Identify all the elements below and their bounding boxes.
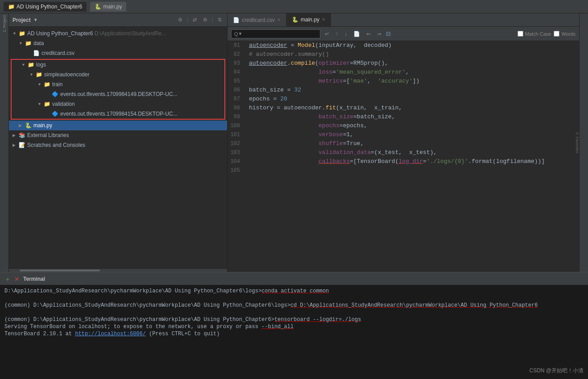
folder-icon-root: 📁 [19, 30, 25, 37]
py-tab-icon: 🐍 [292, 17, 298, 23]
line-num-99: 99 [228, 112, 245, 121]
project-side-label[interactable]: 1: Project [2, 15, 7, 37]
line-content-96: batch_size = 32 [245, 86, 579, 95]
line-content-99: batch_size=batch_size, [245, 112, 579, 121]
data-folder-arrow: ▼ [19, 41, 25, 46]
term-close-btn[interactable]: ✕ [14, 276, 20, 282]
project-panel-title: Project [12, 17, 31, 23]
words-checkbox[interactable] [554, 31, 559, 37]
tab-creditcard-csv[interactable]: 📄 creditcard.csv ✕ [228, 13, 286, 26]
main-py-tree-label: main.py [33, 122, 52, 129]
code-line-105: 105 [228, 166, 579, 175]
code-line-102: 102 shuffle=True, [228, 139, 579, 148]
creditcard-csv-label: creditcard.csv [41, 50, 75, 56]
code-line-91: 91 autoencoder = Model(inputArray, decod… [228, 41, 579, 50]
line-content-102: shuffle=True, [245, 139, 579, 148]
logs-group: ▼ 📁 logs ▼ 📁 simpleautoencoder ▼ 📁 train [11, 59, 225, 120]
ext-libs-label: External Libraries [27, 132, 69, 138]
scrollbar-thumb [20, 270, 100, 271]
line-num-98: 98 [228, 104, 245, 112]
settings-btn[interactable]: ⚙ [201, 16, 209, 24]
code-line-104: 104 callbacks=[TensorBoard(log_dir='./lo… [228, 157, 579, 166]
line-num-96: 96 [228, 86, 245, 95]
event2-icon: 🔷 [52, 111, 58, 117]
tree-train-folder[interactable]: ▼ 📁 train [12, 79, 224, 89]
tree-simpleautoencoder[interactable]: ▼ 📁 simpleautoencoder [12, 70, 224, 79]
terminal-title: Terminal [23, 276, 45, 282]
code-line-99: 99 batch_size=batch_size, [228, 112, 579, 121]
line-num-94: 94 [228, 68, 245, 77]
search-icon: Q [234, 31, 238, 37]
title-tab-main-py[interactable]: 🐍 main.py [90, 2, 126, 12]
tree-train-event[interactable]: 🔷 events.out.tfevents.1709984149.DESKTOP… [12, 89, 224, 99]
folder-icon-logs: 📁 [28, 62, 34, 68]
search-expand1-btn[interactable]: ⇐ [364, 30, 373, 38]
term-add-btn[interactable]: ＋ [4, 276, 11, 282]
tree-scratches[interactable]: ▶ 📝 Scratches and Consoles [9, 140, 227, 150]
line-num-97: 97 [228, 95, 245, 104]
logs-arrow: ▼ [21, 62, 28, 67]
tree-validation-folder[interactable]: ▼ 📁 validation [12, 99, 224, 109]
py-tab-close[interactable]: ✕ [322, 17, 325, 22]
python-icon: 🐍 [95, 4, 101, 10]
line-num-95: 95 [228, 77, 245, 86]
tree-root[interactable]: ▼ 📁 AD Using Python_Chapter6 D:\Applicat… [9, 29, 227, 38]
line-content-94: loss='mean_squared_error', [245, 68, 579, 77]
search-enter-btn[interactable]: ↵ [323, 30, 331, 38]
search-input[interactable] [242, 31, 314, 37]
py-tab-label: main.py [301, 17, 319, 23]
python-icon-tree: 🐍 [25, 122, 32, 129]
tree-creditcard-csv[interactable]: 📄 creditcard.csv [9, 48, 227, 58]
title-tab-chapter6-label: AD Using Python_Chapter6 [17, 4, 82, 10]
search-input-wrap: Q ▼ [231, 29, 320, 38]
match-case-checkbox[interactable] [518, 31, 523, 37]
tensorboard-link[interactable]: http://localhost:6006/ [75, 331, 145, 337]
tab-main-py[interactable]: 🐍 main.py ✕ [286, 13, 331, 26]
tree-logs-folder[interactable]: ▼ 📁 logs [12, 60, 224, 70]
line-num-105: 105 [228, 166, 245, 175]
validation-arrow: ▼ [37, 102, 44, 106]
csv-tab-close[interactable]: ✕ [277, 17, 281, 22]
watermark: CSDN @开始吧！小渣 [529, 367, 584, 375]
search-expand2-btn[interactable]: ⇒ [375, 30, 383, 38]
sort-btn[interactable]: ⇄ [191, 16, 199, 24]
line-content-103: validation_data=(x_test, x_test), [245, 148, 579, 157]
scratches-icon: 📝 [19, 142, 25, 148]
gear-btn[interactable]: ⚙ [176, 16, 184, 24]
tree-ext-libs[interactable]: ▶ 📚 External Libraries [9, 130, 227, 140]
tree-data-folder[interactable]: ▼ 📁 data [9, 38, 227, 48]
line-num-93: 93 [228, 59, 245, 68]
favorites-bar: 1: Structure 2: Favorites [579, 13, 588, 272]
dropdown-arrow[interactable]: ▼ [33, 17, 38, 22]
term-line-7: TensorBoard 2.10.1 at http://localhost:6… [4, 331, 584, 337]
words-check: Words [554, 31, 576, 37]
search-down-btn[interactable]: ↓ [343, 30, 349, 38]
search-doc-btn[interactable]: 📄 [352, 30, 362, 38]
terminal-content[interactable]: D:\Applications_StudyAndResearch\pycharm… [0, 285, 588, 379]
term-line-1: D:\Applications_StudyAndResearch\pycharm… [4, 288, 584, 294]
line-content-101: verbose=1, [245, 130, 579, 139]
line-content-105 [245, 166, 579, 175]
code-editor[interactable]: 91 autoencoder = Model(inputArray, decod… [228, 41, 579, 272]
folder-icon-sae: 📁 [36, 71, 42, 78]
term-line-4 [4, 309, 584, 316]
line-num-92: 92 [228, 50, 245, 59]
project-scrollbar[interactable] [9, 268, 227, 272]
sep2: | [212, 17, 213, 23]
title-tab-chapter6[interactable]: 📁 AD Using Python_Chapter6 [4, 2, 87, 12]
tree-validation-event[interactable]: 🔷 events.out.tfevents.1709984154.DESKTOP… [12, 109, 224, 119]
search-up-btn[interactable]: ↑ [334, 30, 340, 38]
terminal-toolbar: ＋ ✕ Terminal [0, 273, 588, 285]
favorites-label[interactable]: 2: Favorites [575, 132, 580, 153]
tree-main-py[interactable]: ▶ 🐍 main.py [9, 121, 227, 130]
filter-icon[interactable]: ⊟ [386, 30, 391, 37]
search-dropdown-arrow[interactable]: ▼ [238, 31, 243, 36]
collapse-btn[interactable]: ⇅ [216, 16, 224, 24]
library-icon: 📚 [19, 132, 25, 138]
code-line-97: 97 epochs = 20 [228, 95, 579, 104]
line-num-103: 103 [228, 148, 245, 157]
title-bar: 📁 AD Using Python_Chapter6 🐍 main.py [0, 0, 588, 13]
csv-tab-label: creditcard.csv [242, 17, 275, 23]
term-line-2 [4, 295, 584, 301]
root-label: AD Using Python_Chapter6 D:\Applications… [27, 30, 166, 37]
